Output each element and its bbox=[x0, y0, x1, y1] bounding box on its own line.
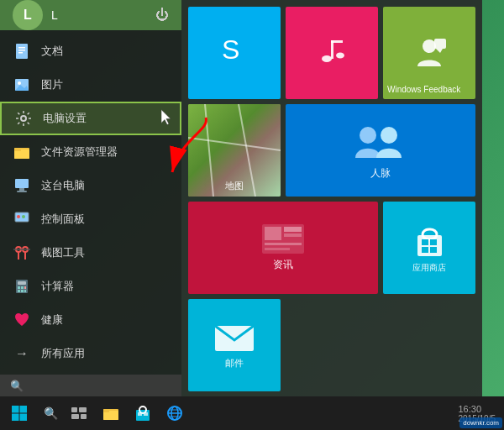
svg-rect-28 bbox=[18, 290, 20, 292]
svg-rect-60 bbox=[12, 414, 19, 422]
user-name: L bbox=[51, 8, 58, 22]
svg-rect-49 bbox=[265, 248, 290, 250]
tile-skype[interactable]: S bbox=[188, 7, 281, 99]
svg-rect-2 bbox=[18, 50, 25, 51]
store-label: 应用商店 bbox=[412, 262, 446, 274]
settings-icon bbox=[14, 109, 33, 128]
svg-point-42 bbox=[360, 127, 376, 144]
svg-rect-65 bbox=[81, 414, 87, 419]
snipping-icon bbox=[13, 244, 31, 262]
menu-item-this-pc[interactable]: 这台电脑 bbox=[0, 169, 181, 202]
svg-rect-55 bbox=[430, 247, 437, 253]
svg-rect-30 bbox=[24, 290, 26, 292]
menu-item-pc-settings[interactable]: 电脑设置 bbox=[0, 102, 181, 135]
taskbar-internet-explorer[interactable] bbox=[159, 397, 191, 429]
news-content: 资讯 bbox=[262, 224, 304, 272]
svg-rect-3 bbox=[18, 52, 23, 54]
svg-rect-72 bbox=[144, 412, 148, 416]
all-apps-label: 所有应用 bbox=[41, 346, 85, 361]
skype-icon: S bbox=[218, 32, 251, 71]
start-menu: L L ⏻ 文档 图片 bbox=[0, 0, 420, 396]
svg-rect-59 bbox=[19, 406, 27, 413]
feedback-label: Windows Feedback bbox=[387, 85, 460, 95]
svg-rect-35 bbox=[331, 40, 343, 43]
svg-rect-37 bbox=[434, 39, 446, 49]
svg-rect-14 bbox=[17, 191, 27, 192]
search-icon: 🔍 bbox=[10, 380, 24, 392]
user-header: L L ⏻ bbox=[0, 0, 181, 30]
pc-settings-label: 电脑设置 bbox=[43, 111, 87, 126]
search-input[interactable] bbox=[30, 380, 171, 392]
menu-item-all-apps[interactable]: → 所有应用 bbox=[0, 337, 181, 370]
svg-rect-62 bbox=[71, 407, 77, 412]
svg-rect-68 bbox=[103, 409, 109, 412]
menu-item-health[interactable]: 健康 bbox=[0, 303, 181, 337]
taskbar: 🔍 bbox=[0, 396, 504, 430]
svg-point-36 bbox=[423, 39, 436, 53]
svg-point-5 bbox=[18, 81, 21, 85]
start-button[interactable] bbox=[0, 396, 38, 430]
tile-store[interactable]: 应用商店 bbox=[383, 202, 475, 294]
snipping-label: 截图工具 bbox=[41, 245, 85, 260]
menu-item-pictures[interactable]: 图片 bbox=[0, 68, 181, 102]
tile-music[interactable] bbox=[286, 7, 378, 99]
mail-label: 邮件 bbox=[225, 357, 244, 370]
control-panel-icon bbox=[13, 210, 31, 228]
taskbar-task-view[interactable] bbox=[63, 397, 95, 429]
tile-windows-feedback[interactable]: Windows Feedback bbox=[383, 7, 475, 99]
menu-item-calculator[interactable]: 计算器 bbox=[0, 270, 181, 303]
svg-rect-1 bbox=[18, 47, 25, 49]
svg-rect-25 bbox=[18, 286, 20, 289]
svg-rect-48 bbox=[265, 243, 302, 245]
svg-rect-13 bbox=[19, 188, 24, 191]
svg-point-33 bbox=[336, 52, 344, 58]
menu-item-control-panel[interactable]: 控制面板 bbox=[0, 202, 181, 236]
svg-rect-45 bbox=[265, 227, 281, 240]
tile-mail[interactable]: 邮件 bbox=[188, 299, 281, 391]
svg-rect-46 bbox=[284, 227, 302, 232]
taskbar-search-icon: 🔍 bbox=[44, 406, 58, 420]
svg-rect-64 bbox=[71, 414, 79, 419]
power-button[interactable]: ⏻ bbox=[155, 8, 169, 23]
menu-item-snipping[interactable]: 截图工具 bbox=[0, 236, 181, 270]
avatar[interactable]: L bbox=[13, 0, 43, 30]
taskbar-file-explorer[interactable] bbox=[95, 397, 127, 429]
health-label: 健康 bbox=[41, 312, 63, 328]
tiles-panel: S bbox=[181, 0, 482, 396]
svg-rect-11 bbox=[14, 148, 21, 151]
taskbar-search-button[interactable]: 🔍 bbox=[38, 396, 63, 430]
mail-icon bbox=[213, 322, 255, 357]
svg-rect-26 bbox=[21, 286, 24, 289]
maps-label: 地图 bbox=[188, 180, 281, 192]
file-explorer-icon bbox=[13, 143, 31, 161]
all-apps-icon: → bbox=[13, 344, 31, 363]
svg-rect-61 bbox=[19, 414, 27, 422]
svg-rect-52 bbox=[422, 239, 428, 245]
tile-news[interactable]: 资讯 bbox=[188, 202, 378, 294]
pictures-icon bbox=[13, 76, 31, 94]
menu-item-file-explorer[interactable]: 文件资源管理器 bbox=[0, 135, 181, 169]
feedback-content bbox=[387, 11, 471, 95]
svg-marker-38 bbox=[436, 49, 443, 53]
svg-rect-47 bbox=[284, 233, 302, 237]
svg-rect-54 bbox=[422, 247, 428, 253]
pictures-label: 图片 bbox=[41, 77, 63, 92]
tile-people[interactable]: 人脉 bbox=[286, 104, 475, 197]
svg-rect-24 bbox=[18, 281, 26, 285]
taskbar-store[interactable] bbox=[127, 397, 159, 429]
svg-rect-12 bbox=[15, 179, 29, 188]
menu-item-documents[interactable]: 文档 bbox=[0, 34, 181, 68]
svg-rect-27 bbox=[24, 286, 26, 289]
search-bar[interactable]: 🔍 bbox=[0, 375, 181, 396]
documents-label: 文档 bbox=[41, 44, 63, 59]
svg-line-41 bbox=[188, 138, 281, 150]
svg-point-43 bbox=[381, 127, 397, 144]
tile-maps[interactable]: 地图 bbox=[188, 104, 281, 197]
this-pc-label: 这台电脑 bbox=[41, 178, 85, 193]
calculator-icon bbox=[13, 277, 31, 296]
health-icon bbox=[13, 311, 31, 329]
svg-rect-71 bbox=[138, 412, 142, 416]
documents-icon bbox=[13, 42, 31, 60]
svg-rect-34 bbox=[331, 40, 333, 59]
menu-items: 文档 图片 电脑设置 bbox=[0, 30, 181, 375]
